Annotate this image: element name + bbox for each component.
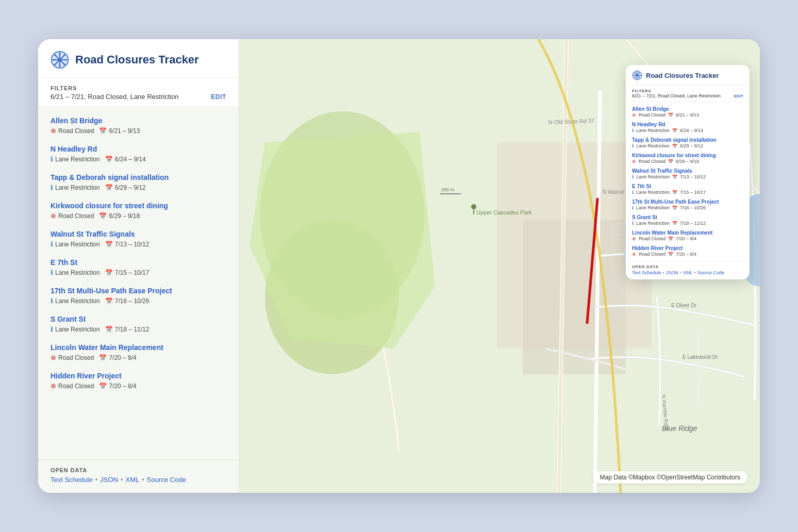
calendar-icon: 📅 (105, 241, 113, 248)
closure-meta: ℹ Lane Restriction 📅 7/15 – 10/17 (51, 269, 226, 276)
mini-closure-meta: ⊗ Road Closed 📅 6/21 – 9/13 (632, 112, 743, 118)
mini-cal-icon: 📅 (672, 206, 677, 210)
list-item: N Headley Rd ℹ Lane Restriction 📅 6/24 –… (38, 140, 239, 168)
closure-type: ℹ Lane Restriction (51, 269, 100, 276)
sep2: • (121, 476, 123, 484)
panel-header: Road Closures Tracker (38, 39, 239, 78)
mini-closure-meta: ℹ Lane Restriction 📅 7/13 – 10/12 (632, 174, 743, 179)
text-schedule-link[interactable]: Text Schedule (51, 476, 93, 484)
closure-dates-label: 7/13 – 10/12 (115, 241, 149, 248)
closure-type-label: Road Closed (58, 354, 94, 361)
mini-closure-name[interactable]: Lincoln Water Main Replacement (632, 230, 743, 236)
closure-name[interactable]: E 7th St (51, 258, 226, 267)
calendar-icon: 📅 (99, 212, 107, 220)
closure-dates: 📅 6/29 – 9/18 (99, 212, 140, 220)
mini-closure-name[interactable]: Tapp & Deborah signal installation (632, 137, 743, 143)
mini-filters-row: 6/21 – 7/21; Road Closed, Lane Restricti… (632, 93, 743, 98)
mini-panel: Road Closures Tracker FILTERS 6/21 – 7/2… (626, 65, 750, 279)
closure-type: ℹ Lane Restriction (51, 240, 100, 248)
mini-closure-name[interactable]: N Headley Rd (632, 122, 743, 127)
closure-type-label: Lane Restriction (55, 241, 100, 248)
svg-point-51 (640, 75, 641, 76)
mini-list-item: Walnut St Traffic Signals ℹ Lane Restric… (626, 166, 750, 181)
json-link[interactable]: JSON (100, 476, 118, 484)
closure-name[interactable]: Lincoln Water Main Replacement (51, 343, 226, 352)
closure-name[interactable]: S Grant St (51, 315, 226, 323)
svg-text:Blue Ridge: Blue Ridge (662, 424, 697, 433)
calendar-icon: 📅 (105, 269, 113, 276)
mini-closure-name[interactable]: Allen St Bridge (632, 106, 743, 112)
closure-meta: ℹ Lane Restriction 📅 6/29 – 9/12 (51, 184, 226, 191)
closure-type: ⊗ Road Closed (51, 127, 94, 135)
closure-dates-label: 6/29 – 9/12 (115, 184, 146, 191)
mini-list-item: Lincoln Water Main Replacement ⊗ Road Cl… (626, 228, 750, 243)
mini-list-item: Tapp & Deborah signal installation ℹ Lan… (626, 135, 750, 151)
mini-closure-name[interactable]: Kirkwood closure for street dining (632, 153, 743, 158)
mini-lane-icon: ℹ (632, 174, 634, 179)
mini-closure-name[interactable]: Walnut St Traffic Signals (632, 168, 743, 174)
mini-road-closed-icon: ⊗ (632, 236, 636, 241)
mini-closure-name[interactable]: Hidden River Project (632, 245, 743, 251)
closure-dates: 📅 6/24 – 9/14 (105, 156, 146, 163)
mini-closure-dates: 7/13 – 10/12 (680, 174, 706, 179)
mini-cal-icon: 📅 (668, 237, 673, 241)
closure-type: ℹ Lane Restriction (51, 155, 100, 163)
closures-list: Allen St Bridge ⊗ Road Closed 📅 6/21 – 9… (38, 107, 239, 459)
svg-point-6 (59, 65, 61, 68)
mini-lane-icon: ℹ (632, 128, 634, 133)
closure-meta: ⊗ Road Closed 📅 6/29 – 9/18 (51, 212, 226, 220)
calendar-icon: 📅 (99, 383, 107, 390)
closure-dates: 📅 6/29 – 9/12 (105, 184, 146, 191)
calendar-icon: 📅 (105, 156, 113, 163)
lane-restriction-icon: ℹ (51, 297, 53, 305)
map-area[interactable]: N Old State Rd 37 N Walnut St E Kenler D… (239, 39, 760, 493)
mini-json-link[interactable]: JSON (666, 270, 678, 275)
closure-type: ℹ Lane Restriction (51, 325, 100, 333)
mini-list-item: N Headley Rd ℹ Lane Restriction 📅 6/24 –… (626, 120, 750, 135)
xml-link[interactable]: XML (125, 476, 139, 484)
svg-point-9 (54, 54, 56, 56)
mini-closure-meta: ℹ Lane Restriction 📅 6/29 – 9/12 (632, 143, 743, 148)
mini-source-code-link[interactable]: Source Code (697, 270, 725, 275)
lane-restriction-icon: ℹ (51, 325, 53, 333)
mini-edit-button[interactable]: EDIT (734, 94, 743, 98)
closure-meta: ⊗ Road Closed 📅 7/20 – 8/4 (51, 382, 226, 390)
closure-type-label: Road Closed (58, 212, 94, 220)
closure-meta: ℹ Lane Restriction 📅 7/13 – 10/12 (51, 240, 226, 248)
closure-name[interactable]: N Headley Rd (51, 145, 226, 153)
mini-closure-meta: ⊗ Road Closed 📅 7/20 – 8/4 (632, 252, 743, 257)
mini-closure-name[interactable]: S Grant St (632, 214, 743, 220)
closure-type: ⊗ Road Closed (51, 354, 94, 361)
mini-snowflake-icon (632, 70, 642, 80)
mini-xml-link[interactable]: XML (683, 270, 693, 275)
mini-cal-icon: 📅 (672, 144, 677, 148)
closure-name[interactable]: Walnut St Traffic Signals (51, 230, 226, 238)
source-code-link[interactable]: Source Code (147, 476, 186, 484)
left-panel: Road Closures Tracker FILTERS 6/21 – 7/2… (38, 39, 239, 493)
list-item: E 7th St ℹ Lane Restriction 📅 7/15 – 10/… (38, 253, 239, 281)
list-item: Lincoln Water Main Replacement ⊗ Road Cl… (38, 338, 239, 367)
edit-filters-button[interactable]: EDIT (211, 93, 226, 101)
list-item: Walnut St Traffic Signals ℹ Lane Restric… (38, 225, 239, 253)
mini-closure-name[interactable]: 17th St Multi-Use Path Ease Project (632, 199, 743, 205)
mini-closure-type: Lane Restriction (636, 143, 670, 148)
mini-closure-name[interactable]: E 7th St (632, 184, 743, 189)
closure-meta: ℹ Lane Restriction 📅 7/18 – 11/12 (51, 325, 226, 333)
mini-text-schedule-link[interactable]: Text Schedule (632, 270, 661, 275)
closure-type: ⊗ Road Closed (51, 212, 94, 220)
mini-cal-icon: 📅 (668, 252, 673, 257)
calendar-icon: 📅 (105, 297, 113, 305)
closure-name[interactable]: Tapp & Deborah signal installation (51, 173, 226, 181)
closure-name[interactable]: 17th St Multi-Use Path Ease Project (51, 287, 226, 295)
mini-closure-meta: ⊗ Road Closed 📅 6/29 – 9/18 (632, 159, 743, 164)
closure-name[interactable]: Allen St Bridge (51, 117, 226, 125)
mini-open-data: OPEN DATA Text Schedule • JSON • XML • S… (626, 261, 750, 279)
calendar-icon: 📅 (99, 354, 107, 361)
mini-closure-dates: 7/16 – 10/26 (680, 205, 706, 210)
mini-closure-dates: 7/20 – 8/4 (676, 252, 696, 257)
closure-name[interactable]: Hidden River Project (51, 372, 226, 380)
road-closed-icon: ⊗ (51, 382, 56, 390)
closure-dates: 📅 7/16 – 10/26 (105, 297, 149, 305)
closure-name[interactable]: Kirkwood closure for street dining (51, 202, 226, 210)
svg-point-5 (59, 53, 61, 55)
